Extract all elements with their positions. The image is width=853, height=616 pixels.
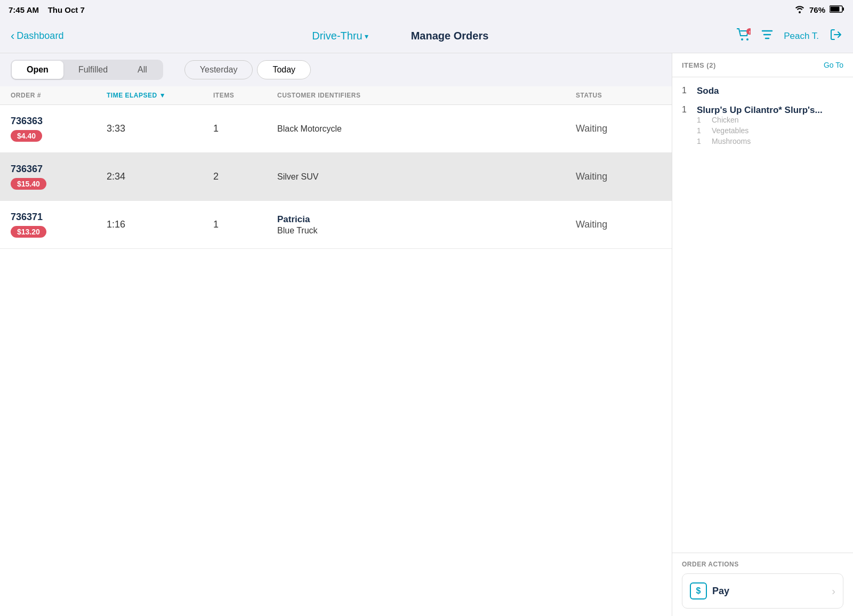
pay-button-content: $ Pay	[690, 582, 729, 599]
price-badge-2: $15.40	[11, 178, 46, 190]
list-item: 1 Slurp's Up Cilantro* Slurp's... 1 Chic…	[682, 105, 843, 148]
customer-id-2: Silver SUV	[277, 172, 576, 182]
sort-arrow-icon: ▼	[159, 92, 166, 99]
status-bar-icons: 76%	[794, 5, 844, 15]
col-items: ITEMS	[213, 92, 277, 99]
sub-name-2: Vegetables	[712, 126, 749, 135]
item-qty-2: 1	[682, 105, 690, 115]
sub-name-1: Chicken	[712, 116, 739, 124]
chevron-left-icon: ‹	[11, 29, 14, 43]
items-list: 1 Soda 1 Slurp's Up Cilantro* Slurp's...…	[672, 77, 853, 553]
sub-item-chicken: 1 Chicken	[697, 116, 823, 124]
items-count-label: ITEMS (2)	[682, 61, 716, 69]
order-num-2: 736367 $15.40	[11, 164, 107, 190]
svg-point-4	[746, 38, 749, 40]
sub-item-mushrooms: 1 Mushrooms	[697, 137, 823, 145]
date: Thu Oct 7	[48, 5, 85, 14]
tab-yesterday[interactable]: Yesterday	[184, 60, 253, 79]
tab-fulfilled[interactable]: Fulfilled	[63, 61, 123, 79]
col-customer: CUSTOMER IDENTIFIERS	[277, 92, 576, 99]
pay-icon: $	[690, 582, 707, 599]
orders-panel: Open Fulfilled All Yesterday Today ORDER…	[0, 53, 672, 616]
status-3: Waiting	[576, 219, 661, 230]
time-elapsed-3: 1:16	[107, 219, 213, 230]
items-count-3: 1	[213, 219, 277, 230]
logout-icon[interactable]	[830, 28, 842, 44]
filter-icon[interactable]	[761, 29, 773, 44]
customer-id-1: Black Motorcycle	[277, 124, 576, 134]
table-header: ORDER # TIME ELAPSED ▼ ITEMS CUSTOMER ID…	[0, 86, 672, 105]
pay-button[interactable]: $ Pay ›	[682, 573, 843, 609]
items-count-2: 2	[213, 171, 277, 182]
svg-rect-2	[831, 6, 840, 11]
tab-today[interactable]: Today	[257, 60, 311, 79]
customer-id-3: Patricia Blue Truck	[277, 214, 576, 236]
pay-label: Pay	[712, 586, 729, 597]
item-qty-1: 1	[682, 86, 690, 95]
sub-qty-3: 1	[697, 137, 705, 145]
status-1: Waiting	[576, 123, 661, 134]
goto-link[interactable]: Go To	[824, 61, 843, 69]
sub-qty-1: 1	[697, 116, 705, 124]
price-badge-3: $13.20	[11, 226, 46, 238]
wifi-icon	[794, 5, 805, 15]
date-filter-group: Yesterday Today	[184, 60, 311, 79]
status-bar: 7:45 AM Thu Oct 7 76%	[0, 0, 853, 19]
time: 7:45 AM	[9, 5, 39, 14]
chevron-down-icon: ▾	[365, 32, 368, 40]
col-status: STATUS	[576, 92, 661, 99]
list-item: 1 Soda	[682, 86, 843, 96]
chevron-right-icon: ›	[832, 585, 835, 597]
items-panel-header: ITEMS (2) Go To	[672, 53, 853, 77]
nav-bar: ‹ Dashboard Drive-Thru ▾ Manage Orders !	[0, 19, 853, 53]
battery-icon	[830, 5, 844, 14]
back-label[interactable]: Dashboard	[17, 30, 63, 42]
col-time-elapsed: TIME ELAPSED ▼	[107, 92, 213, 99]
time-elapsed-2: 2:34	[107, 171, 213, 182]
status-bar-time-date: 7:45 AM Thu Oct 7	[9, 5, 85, 14]
sub-qty-2: 1	[697, 126, 705, 135]
table-row[interactable]: 736363 $4.40 3:33 1 Black Motorcycle Wai…	[0, 105, 672, 153]
back-button[interactable]: ‹ Dashboard	[11, 29, 63, 43]
time-elapsed-1: 3:33	[107, 123, 213, 134]
drive-thru-selector[interactable]: Drive-Thru ▾	[312, 30, 368, 42]
item-name-2: Slurp's Up Cilantro* Slurp's...	[697, 105, 823, 116]
sub-name-3: Mushrooms	[712, 137, 751, 145]
cart-icon[interactable]: !	[737, 28, 751, 44]
tab-all[interactable]: All	[123, 61, 162, 79]
svg-rect-1	[843, 7, 844, 11]
svg-point-3	[741, 38, 743, 40]
order-actions: ORDER ACTIONS $ Pay ›	[672, 553, 853, 616]
user-name: Peach T.	[784, 31, 819, 42]
tab-open[interactable]: Open	[12, 61, 63, 79]
price-badge-1: $4.40	[11, 130, 42, 142]
items-panel: ITEMS (2) Go To 1 Soda 1 Slurp's Up Cila…	[672, 53, 853, 616]
drive-thru-label[interactable]: Drive-Thru ▾	[312, 30, 368, 42]
filter-tabs: Open Fulfilled All Yesterday Today	[0, 53, 672, 86]
svg-text:!: !	[749, 30, 751, 35]
table-row[interactable]: 736371 $13.20 1:16 1 Patricia Blue Truck…	[0, 201, 672, 249]
col-order-num: ORDER #	[11, 92, 107, 99]
orders-table: ORDER # TIME ELAPSED ▼ ITEMS CUSTOMER ID…	[0, 86, 672, 616]
main-content: Open Fulfilled All Yesterday Today ORDER…	[0, 53, 853, 616]
item-name-1: Soda	[697, 86, 719, 96]
table-row[interactable]: 736367 $15.40 2:34 2 Silver SUV Waiting	[0, 153, 672, 201]
status-2: Waiting	[576, 171, 661, 182]
status-filter-group: Open Fulfilled All	[11, 60, 163, 80]
page-title: Manage Orders	[411, 30, 489, 42]
items-count-1: 1	[213, 123, 277, 134]
order-num-1: 736363 $4.40	[11, 116, 107, 142]
order-num-3: 736371 $13.20	[11, 212, 107, 238]
battery-percentage: 76%	[809, 5, 825, 14]
order-actions-label: ORDER ACTIONS	[682, 561, 843, 568]
nav-right-actions: ! Peach T.	[737, 28, 842, 44]
sub-item-vegetables: 1 Vegetables	[697, 126, 823, 135]
